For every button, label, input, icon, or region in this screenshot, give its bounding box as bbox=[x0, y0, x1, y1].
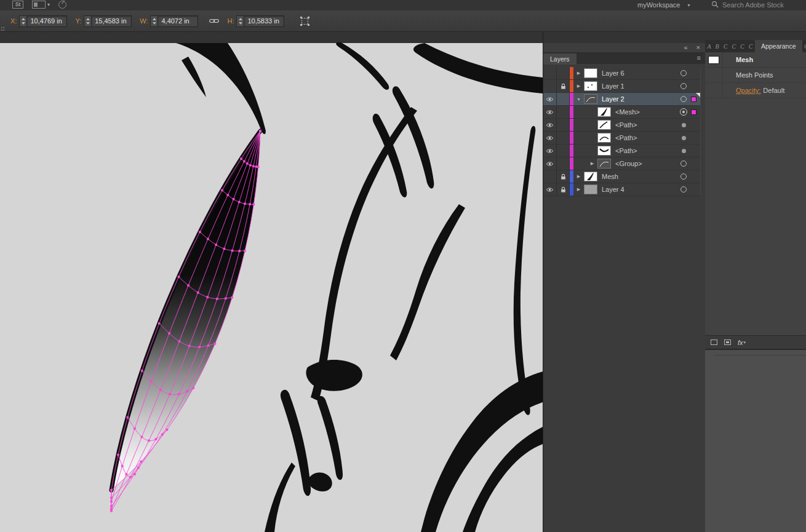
layer-name[interactable]: Layer 1 bbox=[602, 82, 624, 90]
layer-thumbnail[interactable] bbox=[597, 159, 611, 169]
layer-name[interactable]: <Group> bbox=[615, 160, 642, 167]
target-indicator[interactable] bbox=[679, 94, 688, 104]
layer-row[interactable]: ▶ Mesh bbox=[543, 170, 700, 183]
x-input[interactable]: 10,4769 in bbox=[26, 15, 67, 27]
layer-thumbnail[interactable] bbox=[597, 146, 611, 156]
layer-row[interactable]: ▶ <Group> bbox=[543, 157, 700, 170]
target-indicator[interactable] bbox=[679, 185, 688, 194]
appearance-row-mesh[interactable]: Mesh bbox=[705, 52, 806, 68]
target-indicator[interactable] bbox=[679, 68, 688, 78]
lock-toggle[interactable] bbox=[557, 157, 570, 170]
layer-row[interactable]: ▼ Layer 2 bbox=[543, 93, 700, 106]
dock-tab-icon[interactable]: C bbox=[749, 43, 753, 50]
app-badge[interactable]: St bbox=[12, 1, 23, 9]
layer-row[interactable]: ▶ Layer 4 bbox=[543, 183, 700, 196]
lock-toggle[interactable] bbox=[557, 119, 570, 131]
lock-toggle[interactable] bbox=[557, 170, 570, 183]
y-stepper[interactable] bbox=[84, 15, 91, 27]
dock-tab-icon[interactable]: C bbox=[740, 43, 744, 50]
add-fill-icon[interactable] bbox=[724, 339, 731, 345]
target-indicator[interactable] bbox=[679, 107, 688, 117]
w-stepper[interactable] bbox=[150, 15, 158, 27]
h-stepper[interactable] bbox=[236, 15, 244, 27]
h-input[interactable]: 10,5833 in bbox=[244, 15, 284, 27]
x-stepper[interactable] bbox=[19, 15, 26, 27]
close-panel-icon[interactable]: × bbox=[696, 44, 700, 51]
lock-toggle[interactable] bbox=[557, 80, 570, 92]
layer-thumbnail[interactable] bbox=[584, 81, 597, 91]
collapse-panels-icon[interactable]: « bbox=[684, 44, 687, 51]
appearance-row-opacity[interactable]: Opacity:Default bbox=[705, 83, 806, 98]
dock-tab-icon[interactable]: C bbox=[732, 43, 736, 50]
layer-thumbnail[interactable] bbox=[584, 172, 597, 181]
target-indicator[interactable] bbox=[679, 146, 688, 156]
artwork-svg[interactable] bbox=[0, 32, 543, 532]
lock-toggle[interactable] bbox=[557, 132, 570, 144]
fill-swatch[interactable] bbox=[708, 56, 719, 64]
rotate-view-icon[interactable] bbox=[58, 1, 66, 9]
layer-thumbnail[interactable] bbox=[597, 133, 611, 143]
visibility-toggle[interactable] bbox=[543, 119, 557, 131]
target-indicator[interactable] bbox=[679, 172, 688, 181]
dock-tab-icon[interactable]: A bbox=[708, 43, 711, 50]
visibility-toggle[interactable] bbox=[543, 132, 557, 144]
expand-toggle-icon[interactable]: ▼ bbox=[573, 97, 584, 101]
lock-toggle[interactable] bbox=[557, 93, 570, 105]
expand-toggle-icon[interactable]: ▶ bbox=[573, 84, 584, 89]
visibility-toggle[interactable] bbox=[543, 67, 557, 79]
visibility-toggle[interactable] bbox=[543, 157, 557, 170]
layer-row[interactable]: <Mesh> bbox=[543, 106, 700, 119]
layer-name[interactable]: Layer 4 bbox=[602, 186, 624, 193]
expand-toggle-icon[interactable]: ▶ bbox=[573, 187, 584, 192]
selection-chip[interactable] bbox=[691, 109, 696, 115]
layer-thumbnail[interactable] bbox=[597, 107, 611, 117]
lock-toggle[interactable] bbox=[557, 106, 570, 118]
document-canvas[interactable] bbox=[0, 32, 543, 532]
add-stroke-icon[interactable] bbox=[711, 339, 717, 345]
visibility-toggle[interactable] bbox=[543, 106, 557, 118]
layer-row[interactable]: ▶ Layer 1 bbox=[543, 80, 700, 93]
layer-name[interactable]: <Path> bbox=[615, 134, 637, 141]
layer-name[interactable]: <Path> bbox=[615, 121, 637, 129]
layer-thumbnail[interactable] bbox=[584, 185, 597, 194]
target-indicator[interactable] bbox=[679, 81, 688, 91]
lock-toggle[interactable] bbox=[557, 183, 570, 196]
layout-switcher[interactable]: ▾ bbox=[32, 1, 50, 9]
layer-row[interactable]: ▶ Layer 6 bbox=[543, 67, 700, 80]
expand-toggle-icon[interactable]: ▶ bbox=[573, 174, 584, 179]
layer-name[interactable]: <Mesh> bbox=[615, 108, 640, 116]
lock-toggle[interactable] bbox=[557, 145, 570, 157]
lock-toggle[interactable] bbox=[557, 67, 570, 79]
visibility-toggle[interactable] bbox=[543, 183, 557, 196]
opacity-link[interactable]: Opacity: bbox=[736, 87, 760, 94]
visibility-toggle[interactable] bbox=[543, 145, 557, 157]
layer-thumbnail[interactable] bbox=[584, 94, 597, 104]
y-input[interactable]: 15,4583 in bbox=[91, 15, 132, 27]
layer-name[interactable]: <Path> bbox=[615, 147, 637, 154]
visibility-toggle[interactable] bbox=[543, 80, 557, 92]
target-indicator[interactable] bbox=[679, 133, 688, 143]
stock-search-field[interactable]: Search Adobe Stock bbox=[711, 1, 784, 9]
layer-thumbnail[interactable] bbox=[584, 68, 597, 78]
tab-layers[interactable]: Layers bbox=[543, 54, 577, 65]
expand-toggle-icon[interactable]: ▶ bbox=[587, 161, 597, 166]
layer-thumbnail[interactable] bbox=[597, 120, 611, 130]
constrain-proportions-button[interactable] bbox=[207, 15, 221, 28]
layer-row[interactable]: <Path> bbox=[543, 145, 700, 157]
layer-name[interactable]: Mesh bbox=[602, 173, 618, 180]
transform-bounds-button[interactable] bbox=[298, 15, 311, 27]
expand-toggle-icon[interactable]: ▶ bbox=[573, 71, 584, 76]
layer-row[interactable]: <Path> bbox=[543, 119, 700, 132]
dock-tab-icon[interactable]: B bbox=[716, 43, 719, 50]
w-input[interactable]: 4,4072 in bbox=[158, 15, 198, 27]
visibility-toggle[interactable] bbox=[543, 170, 557, 183]
layer-row[interactable]: <Path> bbox=[543, 132, 700, 145]
workspace-switcher[interactable]: myWorkspace ▾ bbox=[637, 1, 690, 9]
visibility-toggle[interactable] bbox=[543, 93, 557, 105]
dock-tab-icon[interactable]: C bbox=[724, 43, 728, 50]
appearance-row-mesh-points[interactable]: Mesh Points bbox=[705, 68, 806, 83]
layer-name[interactable]: Layer 2 bbox=[602, 95, 624, 103]
panel-menu-icon[interactable]: ≡ bbox=[697, 54, 701, 62]
layer-name[interactable]: Layer 6 bbox=[602, 69, 624, 77]
add-effect-button[interactable]: fx ▾ bbox=[738, 339, 746, 346]
